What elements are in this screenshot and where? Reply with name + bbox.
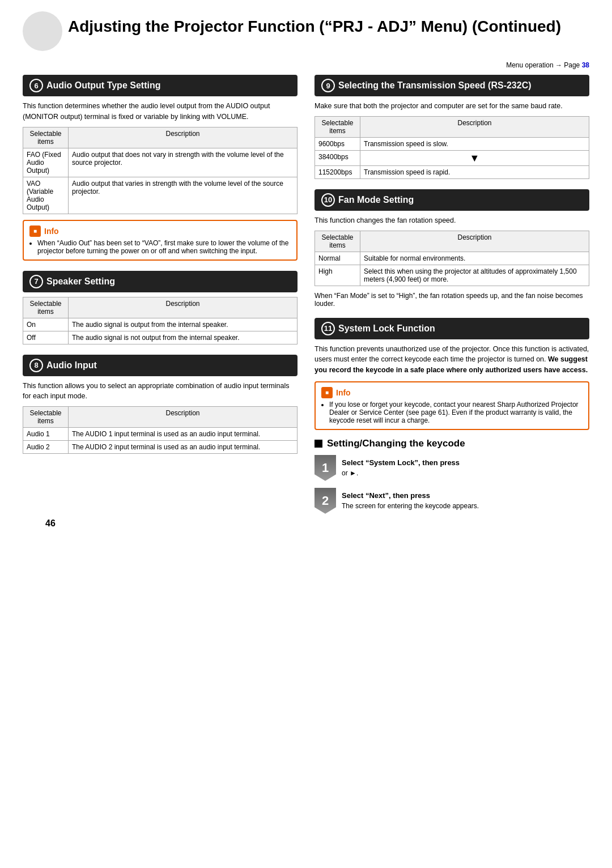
- keycode-section: Setting/Changing the keycode 1 Select “S…: [314, 438, 589, 514]
- menu-op-link[interactable]: 38: [582, 61, 589, 69]
- step-badge: 2: [314, 488, 336, 514]
- audio-output-info-list: When “Audio Out” has been set to “VAO”, …: [29, 239, 291, 255]
- speaker-table: Selectable items Description OnThe audio…: [23, 297, 298, 344]
- transmission-table: Selectable items Description 9600bpsTran…: [314, 116, 589, 179]
- audio-input-title: Audio Input: [46, 360, 97, 371]
- table-cell-item: Audio 2: [23, 441, 69, 454]
- table-cell-desc: Suitable for normal environments.: [360, 252, 589, 265]
- table-cell-desc: Transmission speed is slow.: [360, 137, 589, 150]
- step-content: Select “System Lock”, then press or ►.: [342, 455, 460, 479]
- sp-col1-header: Selectable items: [23, 297, 69, 318]
- steps-container: 1 Select “System Lock”, then press or ►.…: [314, 455, 589, 514]
- tr-col1-header: Selectable items: [315, 116, 360, 137]
- transmission-body: Make sure that both the projector and co…: [314, 101, 589, 112]
- section-transmission: 9 Selecting the Transmission Speed (RS-2…: [314, 75, 589, 179]
- section-num-6: 6: [29, 79, 43, 92]
- step-content: Select “Next”, then press The screen for…: [342, 488, 479, 512]
- table-cell-item: 9600bps: [315, 137, 360, 150]
- section-num-11: 11: [321, 322, 335, 335]
- info-icon: ■: [29, 225, 41, 237]
- system-lock-info-box: ■ Info If you lose or forget your keycod…: [314, 381, 589, 430]
- tr-col2-header: Description: [360, 116, 589, 137]
- table-row: HighSelect this when using the projector…: [315, 265, 589, 286]
- table-cell-item: Audio 1: [23, 428, 69, 441]
- list-item: If you lose or forget your keycode, cont…: [329, 401, 583, 424]
- section-system-lock: 11 System Lock Function This function pr…: [314, 318, 589, 514]
- step-sub: or ►.: [342, 468, 460, 478]
- table-row: Audio 1The AUDIO 1 input terminal is use…: [23, 428, 298, 441]
- audio-output-title: Audio Output Type Setting: [46, 80, 160, 91]
- table-row: 115200bpsTransmission speed is rapid.: [315, 165, 589, 178]
- fm-col2-header: Description: [360, 231, 589, 252]
- section-audio-output: 6 Audio Output Type Setting This functio…: [23, 75, 298, 261]
- table-cell-item: 115200bps: [315, 165, 360, 178]
- table-cell-desc: Audio output that does not vary in stren…: [69, 148, 298, 177]
- list-item: When “Audio Out” has been set to “VAO”, …: [37, 239, 291, 255]
- table-row: VAO (Variable Audio Output)Audio output …: [23, 177, 298, 214]
- step-item: 2 Select “Next”, then press The screen f…: [314, 488, 589, 514]
- sp-col2-header: Description: [69, 297, 298, 318]
- fan-mode-title: Fan Mode Setting: [338, 195, 414, 205]
- menu-operation: Menu operation → Page 38: [23, 61, 589, 69]
- system-lock-info-title: ■ Info: [321, 387, 583, 398]
- fan-mode-header: 10 Fan Mode Setting: [314, 189, 589, 211]
- fm-col1-header: Selectable items: [315, 231, 360, 252]
- table-cell-desc: Select this when using the projector at …: [360, 265, 589, 286]
- menu-op-text: Menu operation → Page: [506, 61, 580, 69]
- table-cell-desc: The AUDIO 1 input terminal is used as an…: [69, 428, 298, 441]
- system-lock-info-list: If you lose or forget your keycode, cont…: [321, 401, 583, 424]
- table-row: OffThe audio signal is not output from t…: [23, 331, 298, 344]
- table-row: OnThe audio signal is output from the in…: [23, 318, 298, 331]
- table-cell-desc: Audio output that varies in strength wit…: [69, 177, 298, 214]
- audio-output-header: 6 Audio Output Type Setting: [23, 75, 298, 96]
- table-cell-item: 38400bps: [315, 150, 360, 165]
- audio-input-table: Selectable items Description Audio 1The …: [23, 406, 298, 454]
- ao-col1-header: Selectable items: [23, 127, 69, 148]
- transmission-header: 9 Selecting the Transmission Speed (RS-2…: [314, 75, 589, 96]
- table-cell-desc: The AUDIO 2 input terminal is used as an…: [69, 441, 298, 454]
- section-speaker: 7 Speaker Setting Selectable items Descr…: [23, 271, 298, 344]
- table-cell-item: FAO (Fixed Audio Output): [23, 148, 69, 177]
- system-lock-header: 11 System Lock Function: [314, 318, 589, 339]
- speaker-header: 7 Speaker Setting: [23, 271, 298, 292]
- audio-output-info-title: ■ Info: [29, 225, 291, 237]
- table-cell-desc: The audio signal is not output from the …: [69, 331, 298, 344]
- table-row: Audio 2The AUDIO 2 input terminal is use…: [23, 441, 298, 454]
- keycode-title: Setting/Changing the keycode: [314, 438, 589, 449]
- right-column: 9 Selecting the Transmission Speed (RS-2…: [314, 75, 589, 524]
- section-num-9: 9: [321, 79, 335, 92]
- audio-input-header: 8 Audio Input: [23, 355, 298, 376]
- table-row: 9600bpsTransmission speed is slow.: [315, 137, 589, 150]
- transmission-title: Selecting the Transmission Speed (RS-232…: [338, 80, 532, 91]
- table-cell-item: High: [315, 265, 360, 286]
- table-cell-desc: ▼: [360, 150, 589, 165]
- audio-output-table: Selectable items Description FAO (Fixed …: [23, 127, 298, 214]
- ao-col2-header: Description: [69, 127, 298, 148]
- fan-mode-body: This function changes the fan rotation s…: [314, 215, 589, 226]
- table-cell-item: VAO (Variable Audio Output): [23, 177, 69, 214]
- step-item: 1 Select “System Lock”, then press or ►.: [314, 455, 589, 481]
- step-sub: The screen for entering the keycode appe…: [342, 501, 479, 511]
- table-cell-desc: The audio signal is output from the inte…: [69, 318, 298, 331]
- table-row: 38400bps▼: [315, 150, 589, 165]
- page-number: 46: [45, 518, 612, 529]
- down-arrow: ▼: [364, 153, 585, 163]
- table-cell-item: Off: [23, 331, 69, 344]
- ai-col1-header: Selectable items: [23, 407, 69, 428]
- step-text: Select “Next”, then press: [342, 491, 430, 500]
- audio-output-info-box: ■ Info When “Audio Out” has been set to …: [23, 220, 298, 261]
- section-fan-mode: 10 Fan Mode Setting This function change…: [314, 189, 589, 308]
- step-badge: 1: [314, 455, 336, 481]
- fan-mode-table: Selectable items Description NormalSuita…: [314, 231, 589, 286]
- page-title: Adjusting the Projector Function (“PRJ -…: [68, 17, 561, 36]
- system-lock-body1: This function prevents unauthorized use …: [314, 344, 589, 376]
- section-num-8: 8: [29, 359, 43, 372]
- table-cell-desc: Transmission speed is rapid.: [360, 165, 589, 178]
- section-num-7: 7: [29, 275, 43, 288]
- speaker-title: Speaker Setting: [46, 276, 115, 287]
- step-text: Select “System Lock”, then press: [342, 458, 460, 467]
- main-content: 6 Audio Output Type Setting This functio…: [23, 75, 589, 524]
- system-lock-info-icon: ■: [321, 387, 333, 398]
- section-audio-input: 8 Audio Input This function allows you t…: [23, 355, 298, 454]
- header-circle-decoration: [23, 11, 62, 51]
